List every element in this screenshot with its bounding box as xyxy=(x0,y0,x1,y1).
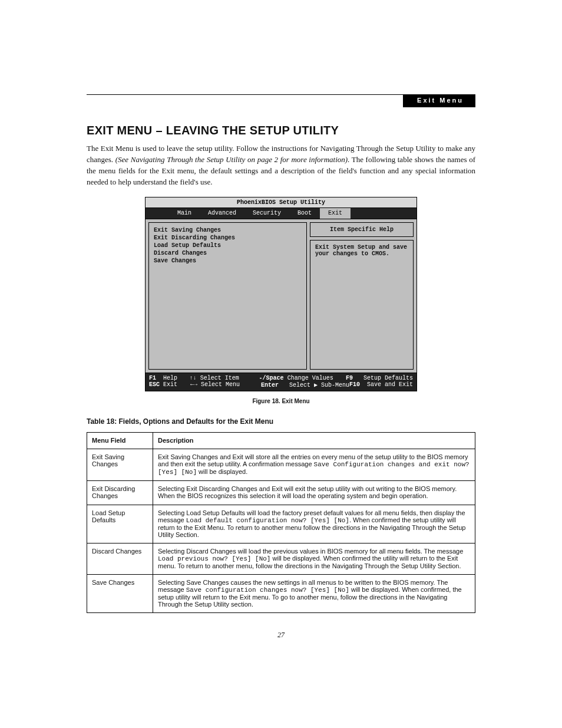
select-submenu-label: Select ▶ Sub-Menu xyxy=(289,382,349,388)
cell-desc: Selecting Exit Discarding Changes and Ex… xyxy=(153,480,475,505)
select-item-label: Select Item xyxy=(200,375,239,381)
bios-tab-boot[interactable]: Boot xyxy=(289,208,320,219)
desc-mono: Save configuration changes now? [Yes] [N… xyxy=(186,587,349,594)
intro-italic: (See Navigating Through the Setup Utilit… xyxy=(115,155,348,164)
cell-desc: Exit Saving Changes and Exit will store … xyxy=(153,449,475,480)
bios-screenshot: PhoenixBIOS Setup Utility Main Advanced … xyxy=(145,197,417,391)
cell-desc: Selecting Save Changes causes the new se… xyxy=(153,574,475,612)
bios-menu-item[interactable]: Exit Discarding Changes xyxy=(154,234,302,242)
bios-tab-exit[interactable]: Exit xyxy=(320,208,351,219)
page-title: EXIT MENU – LEAVING THE SETUP UTILITY xyxy=(87,123,475,137)
cell-field: Discard Changes xyxy=(87,543,153,574)
cell-field: Exit Saving Changes xyxy=(87,449,153,480)
bios-menu-item[interactable]: Discard Changes xyxy=(154,249,302,257)
key-f10: F10 xyxy=(349,381,360,388)
key-esc-label: Exit xyxy=(163,381,177,388)
table-title: Table 18: Fields, Options and Defaults f… xyxy=(87,417,475,426)
bios-footer: F1 Help ↑↓ Select Item -/Space Change Va… xyxy=(146,373,416,391)
bios-tab-advanced[interactable]: Advanced xyxy=(200,208,244,219)
cell-field: Load Setup Defaults xyxy=(87,505,153,543)
cell-field: Exit Discarding Changes xyxy=(87,480,153,505)
bios-menu-item[interactable]: Load Setup Defaults xyxy=(154,242,302,249)
key-space: -/Space xyxy=(259,375,284,381)
desc-mono: Load previous now? [Yes] [No] xyxy=(158,555,270,562)
arrows-updown-icon: ↑↓ xyxy=(190,375,197,381)
desc-text: Selecting Discard Changes will load the … xyxy=(158,548,463,555)
bios-menu-list: Exit Saving Changes Exit Discarding Chan… xyxy=(148,222,307,370)
bios-help-body: Exit System Setup and save your changes … xyxy=(310,240,414,370)
setup-defaults-label: Setup Defaults xyxy=(363,375,413,381)
select-menu-label: Select Menu xyxy=(201,381,240,388)
page-number: 27 xyxy=(87,631,475,640)
cell-desc: Selecting Load Setup Defaults will load … xyxy=(153,505,475,543)
th-menu-field: Menu Field xyxy=(87,432,153,449)
table-row: Exit Discarding Changes Selecting Exit D… xyxy=(87,480,475,505)
desc-text: Selecting Exit Discarding Changes and Ex… xyxy=(158,485,457,499)
key-f1: F1 xyxy=(149,375,156,381)
cell-desc: Selecting Discard Changes will load the … xyxy=(153,543,475,574)
desc-text: will be displayed. xyxy=(197,468,247,475)
exit-menu-table: Menu Field Description Exit Saving Chang… xyxy=(87,432,475,613)
bios-help-title: Item Specific Help xyxy=(310,222,414,237)
bios-tab-security[interactable]: Security xyxy=(244,208,289,219)
desc-mono: Load default configuration now? [Yes] [N… xyxy=(186,517,349,524)
header-label: Exit Menu xyxy=(403,94,475,107)
bios-menu-item[interactable]: Exit Saving Changes xyxy=(154,226,302,234)
figure-caption: Figure 18. Exit Menu xyxy=(87,398,475,404)
table-row: Discard Changes Selecting Discard Change… xyxy=(87,543,475,574)
th-description: Description xyxy=(153,432,475,449)
key-esc: ESC xyxy=(149,381,160,388)
bios-tabs: Main Advanced Security Boot Exit xyxy=(146,208,416,219)
intro-paragraph: The Exit Menu is used to leave the setup… xyxy=(87,143,475,187)
table-row: Exit Saving Changes Exit Saving Changes … xyxy=(87,449,475,480)
bios-title: PhoenixBIOS Setup Utility xyxy=(146,197,416,208)
table-row: Load Setup Defaults Selecting Load Setup… xyxy=(87,505,475,543)
key-f1-label: Help xyxy=(163,375,177,381)
arrows-leftright-icon: ←→ xyxy=(190,381,197,388)
save-exit-label: Save and Exit xyxy=(367,381,413,388)
change-values-label: Change Values xyxy=(287,375,333,381)
header-rule: Exit Menu xyxy=(87,94,475,95)
key-enter: Enter xyxy=(261,382,279,388)
key-f9: F9 xyxy=(346,375,353,381)
bios-menu-item[interactable]: Save Changes xyxy=(154,257,302,265)
table-row: Save Changes Selecting Save Changes caus… xyxy=(87,574,475,612)
bios-tab-main[interactable]: Main xyxy=(169,208,200,219)
cell-field: Save Changes xyxy=(87,574,153,612)
